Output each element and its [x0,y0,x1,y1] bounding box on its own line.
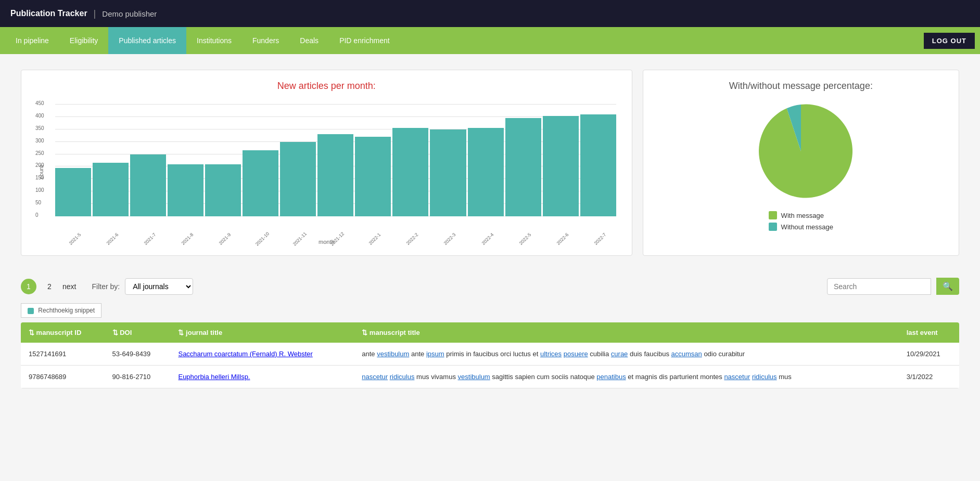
bar [317,134,353,216]
title-link-word[interactable]: ipsum [426,350,444,358]
cell-journal-title-link[interactable]: Saccharum coarctatum (Fernald) R. Webste… [178,350,312,358]
title-link-word[interactable]: ultrices [540,350,562,358]
col-label-manuscript-title: ⇅ manuscript title [362,329,419,336]
col-label-journal-title: ⇅ journal title [178,329,222,336]
col-label-manuscript-id: ⇅ manuscript ID [29,329,81,336]
pie-chart-card: With/without message percentage: With me… [643,70,959,256]
bar-chart-card: New articles per month: count 0501001502… [21,70,632,256]
title-link-word[interactable]: penatibus [596,373,626,381]
x-tick-label: 2022-3 [436,225,465,254]
bar [205,164,241,216]
bar [355,137,391,216]
bar [543,116,579,217]
title-link-word[interactable]: posuere [564,350,588,358]
snippet-bar: Rechthoekig snippet [21,303,101,318]
y-tick-label: 300 [35,138,44,144]
y-tick-label: 0 [35,212,39,218]
bar [280,142,316,216]
legend-without-message: Without message [769,223,833,231]
pie-container: With message Without message [654,99,948,231]
nav-item-published-articles[interactable]: Published articles [108,27,186,54]
col-label-doi: ⇅ DOI [112,329,132,336]
x-tick-label: 2022-7 [586,225,615,254]
nav-item-funders[interactable]: Funders [242,27,289,54]
bar [55,168,91,216]
bars-container [55,105,616,216]
nav-item-pid-enrichment[interactable]: PID enrichment [329,27,400,54]
title-link-word[interactable]: ridiculus [390,373,415,381]
snippet-label: Rechthoekig snippet [38,307,95,314]
main-content: New articles per month: count 0501001502… [0,54,980,404]
articles-table: ⇅ manuscript ID ⇅ DOI ⇅ journal title ⇅ … [21,322,959,388]
search-input[interactable] [827,278,931,295]
y-tick-label: 100 [35,187,44,193]
cell-manuscript-title: ante vestibulum ante ipsum primis in fau… [354,343,898,366]
x-tick-label: 2022-4 [473,225,502,254]
page-1-button[interactable]: 1 [21,279,36,294]
nav-item-deals[interactable]: Deals [289,27,329,54]
page-next-button[interactable]: next [62,282,76,291]
navigation: In pipeline Eligibility Published articl… [0,27,980,54]
cell-manuscript-title: nascetur ridiculus mus vivamus vestibulu… [354,366,898,388]
title-link-word[interactable]: accumsan [671,350,702,358]
cell-manuscript-id: 9786748689 [21,366,105,388]
pie-slice-with-message [759,105,852,198]
cell-manuscript-id: 1527141691 [21,343,105,366]
nav-item-eligibility[interactable]: Eligibility [59,27,108,54]
y-tick-label: 50 [35,200,41,205]
cell-journal-title: Saccharum coarctatum (Fernald) R. Webste… [170,343,354,366]
y-tick-label: 250 [35,150,44,156]
title-link-word[interactable]: nascetur [724,373,750,381]
legend-label-without-message: Without message [781,223,833,231]
nav-item-pipeline[interactable]: In pipeline [5,27,59,54]
snippet-bar-row: Rechthoekig snippet [21,301,959,322]
x-tick-label: 2021-9 [210,225,239,254]
pie-legend: With message Without message [769,211,833,231]
filter-label: Filter by: [92,282,120,291]
col-header-manuscript-id[interactable]: ⇅ manuscript ID [21,322,105,343]
page-2-button[interactable]: 2 [42,279,57,294]
charts-row: New articles per month: count 0501001502… [21,70,959,256]
table-controls: 1 2 next Filter by: All journals 🔍 [21,271,959,301]
title-link-word[interactable]: curae [611,350,628,358]
col-header-doi[interactable]: ⇅ DOI [105,322,171,343]
bar [93,163,129,216]
snippet-indicator [28,308,34,314]
bar-chart-area: 050100150200250300350400450 [55,105,616,216]
title-link-word[interactable]: vestibulum [377,350,409,358]
cell-journal-title-link[interactable]: Euphorbia helleri Millsp. [178,373,250,381]
pie-chart-title: With/without message percentage: [654,81,948,92]
bar [130,154,166,216]
header-divider: | [94,8,96,19]
title-link-word[interactable]: nascetur [362,373,388,381]
x-tick-label: 2021-7 [135,225,164,254]
journal-filter-select[interactable]: All journals [125,278,193,295]
search-icon: 🔍 [943,282,953,291]
col-header-manuscript-title[interactable]: ⇅ manuscript title [354,322,898,343]
bar [580,114,616,216]
col-label-last-event: last event [907,329,938,336]
app-title: Publication Tracker [10,9,87,18]
y-tick-label: 450 [35,100,44,106]
title-link-word[interactable]: ridiculus [752,373,777,381]
x-tick-label: 2021-5 [60,225,90,254]
cell-last-event: 10/29/2021 [899,343,959,366]
bar [430,129,466,216]
table-row: 978674868990-816-2710Euphorbia helleri M… [21,366,959,388]
publisher-name: Demo publisher [102,9,157,18]
data-table-section: ⇅ manuscript ID ⇅ DOI ⇅ journal title ⇅ … [21,322,959,388]
x-tick-label: 2021-6 [98,225,127,254]
title-link-word[interactable]: vestibulum [458,373,490,381]
y-tick-label: 400 [35,113,44,119]
x-tick-label: 2022-6 [548,225,577,254]
table-body: 152714169153-649-8439Saccharum coarctatu… [21,343,959,388]
nav-item-institutions[interactable]: Institutions [186,27,242,54]
x-tick-label: 2022-1 [360,225,389,254]
col-header-journal-title[interactable]: ⇅ journal title [170,322,354,343]
legend-with-message: With message [769,211,833,219]
bar [505,118,541,216]
logout-button[interactable]: LOG OUT [924,33,975,49]
pie-chart-svg [749,99,853,203]
search-button[interactable]: 🔍 [936,278,959,295]
x-tick-label: 2021-11 [285,225,314,254]
